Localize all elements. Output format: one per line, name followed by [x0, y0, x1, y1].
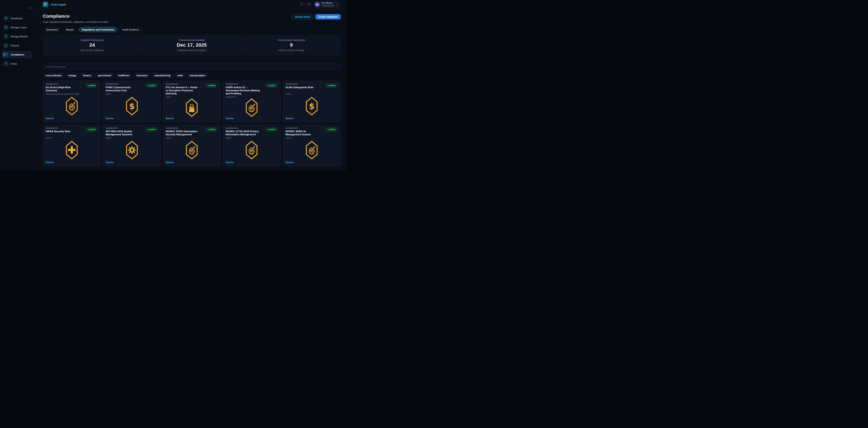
framework-title: FTC Act Section 5 – Unfair or Deceptive …: [166, 86, 200, 95]
card-eyebrow: FRAMEWORK: [166, 83, 200, 85]
framework-version: v2019: [225, 137, 278, 139]
svg-text:$: $: [129, 101, 135, 111]
sidebar-collapse-button[interactable]: [28, 6, 32, 10]
magnifier-ai-logo-icon: ai: [43, 2, 49, 7]
source-link[interactable]: Source: [46, 161, 54, 164]
status-badge: Loaded: [325, 127, 338, 132]
status-badge: Loaded: [85, 127, 98, 132]
framework-hexagon-badge: [46, 95, 98, 117]
topbar: ai interrogait EM Eric Maass Administrat…: [34, 0, 346, 9]
source-link[interactable]: Source: [166, 117, 174, 120]
globe-check-icon: [66, 97, 78, 115]
source-link[interactable]: Source: [46, 117, 54, 120]
svg-text:ai: ai: [44, 3, 46, 4]
framework-version: v2022: [166, 137, 218, 139]
filter-chip-healthcare[interactable]: healthcare: [115, 73, 132, 78]
help-button[interactable]: [306, 2, 312, 7]
bell-icon: [301, 3, 303, 6]
stats-row: Available Frameworks 24 Synced from data…: [43, 35, 341, 55]
tab-models[interactable]: Models: [63, 27, 77, 32]
source-link[interactable]: Source: [105, 161, 114, 164]
framework-card: FRAMEWORK ISO/IEC 27701:2019 Privacy Inf…: [223, 125, 281, 167]
filter-chip-finance[interactable]: finance: [80, 73, 94, 78]
framework-card: FRAMEWORK ISO 9001:2015 Quality Manageme…: [103, 125, 161, 167]
framework-version: v2015: [105, 137, 158, 139]
home-icon: [5, 17, 7, 20]
filter-chips: cross-industry energy finance government…: [43, 73, 341, 78]
framework-title: HIPAA Security Rule: [46, 130, 70, 136]
framework-title: GDPR Article 22 – Automated Decision-Mak…: [225, 86, 260, 95]
user-role: Administrator: [322, 4, 334, 7]
globe-check-icon: [246, 141, 257, 160]
source-link[interactable]: Source: [286, 117, 294, 120]
chevron-left-icon: [29, 6, 31, 10]
gear-solid-icon: [126, 141, 138, 160]
svg-text:$: $: [309, 101, 315, 111]
card-eyebrow: FRAMEWORK: [225, 127, 260, 129]
tab-dashboard[interactable]: Dashboard: [43, 27, 61, 32]
card-eyebrow: FRAMEWORK: [166, 127, 200, 129]
sidebar-item-label: Compliance: [10, 53, 24, 56]
card-eyebrow: FRAMEWORK: [105, 127, 141, 129]
shield-check-icon: [5, 53, 7, 57]
sidebar-item-reports[interactable]: Reports: [2, 42, 32, 49]
filter-chip-transportation[interactable]: transportation: [187, 73, 208, 78]
card-eyebrow: FRAMEWORK: [286, 83, 313, 85]
filter-chip-retail[interactable]: retail: [175, 73, 185, 78]
sidebar-item-label: Manage Cases: [10, 26, 27, 29]
shopping-bag-icon: [186, 98, 198, 117]
status-badge: Loaded: [265, 127, 278, 132]
framework-hexagon-badge: [225, 139, 278, 161]
framework-title: ISO/IEC 27701:2019 Privacy Information M…: [225, 130, 260, 136]
sidebar-item-dashboard[interactable]: Dashboard: [2, 15, 32, 22]
source-link[interactable]: Source: [286, 161, 294, 164]
card-eyebrow: FRAMEWORK: [46, 83, 81, 85]
framework-hexagon-badge: [46, 139, 98, 161]
stat-value: 9: [290, 42, 293, 48]
sidebar-item-manage-cases[interactable]: Manage Cases: [2, 24, 32, 31]
framework-title: ISO/IEC 27001 Information Security Manag…: [166, 130, 200, 136]
stat-label: Available Frameworks: [81, 39, 103, 41]
framework-title: ISO 9001:2015 Quality Management Systems: [105, 130, 141, 136]
sidebar-item-label: Manage Models: [10, 35, 28, 38]
notifications-button[interactable]: [299, 2, 304, 7]
sidebar-item-compliance[interactable]: Compliance: [2, 51, 32, 58]
framework-title: GLBA Safeguards Rule: [286, 86, 313, 92]
app-window: Dashboard Manage Cases Manage Models Rep…: [0, 0, 346, 171]
brand[interactable]: ai interrogait: [43, 2, 66, 7]
sidebar-item-label: Dashboard: [10, 17, 23, 20]
stat-label: Cross-industry frameworks: [277, 39, 305, 41]
sidebar-item-setup[interactable]: Setup: [2, 60, 32, 67]
tab-audit-evidence[interactable]: Audit Evidence: [119, 27, 142, 32]
filter-chip-insurance[interactable]: insurance: [134, 73, 150, 78]
framework-hexagon-badge: $: [105, 95, 158, 117]
source-link[interactable]: Source: [166, 161, 174, 164]
card-eyebrow: FRAMEWORK: [105, 83, 141, 85]
page-subtitle: Track regulatory frameworks, obligations…: [43, 21, 109, 23]
user-menu[interactable]: EM Eric Maass Administrator: [313, 1, 341, 8]
dollar-icon: $: [306, 97, 318, 115]
framework-card: FRAMEWORK FFIEC Cybersecurity Assessment…: [103, 81, 161, 122]
framework-title: FFIEC Cybersecurity Assessment Tool: [105, 86, 141, 92]
source-link[interactable]: Source: [105, 117, 114, 120]
sidebar-item-manage-models[interactable]: Manage Models: [2, 33, 32, 40]
framework-card: FRAMEWORK ISO/IEC 42001 AI Management Sy…: [283, 125, 341, 167]
status-badge: Loaded: [205, 127, 218, 132]
tab-bar: Dashboard Models Regulations and Framewo…: [43, 27, 341, 32]
stat-sub-label: Industry-neutral coverage: [278, 49, 304, 52]
status-badge: Loaded: [85, 83, 98, 88]
status-badge: Loaded: [265, 83, 278, 88]
filter-chip-energy[interactable]: energy: [66, 73, 79, 78]
assign-owner-button[interactable]: Assign Owner: [292, 14, 314, 20]
create-obligation-button[interactable]: Create Obligation: [315, 14, 341, 20]
filter-chip-cross-industry[interactable]: cross-industry: [43, 73, 64, 78]
search-input[interactable]: [43, 63, 341, 70]
sidebar: Dashboard Manage Cases Manage Models Rep…: [0, 0, 34, 171]
tab-regulations-and-frameworks[interactable]: Regulations and Frameworks: [79, 27, 117, 32]
filter-chip-manufacturing[interactable]: manufacturing: [152, 73, 173, 78]
source-link[interactable]: Source: [225, 161, 234, 164]
filter-chip-government[interactable]: government: [95, 73, 114, 78]
source-link[interactable]: Source: [225, 117, 234, 120]
framework-version: v2023: [286, 137, 338, 139]
stat-sub-label: Synced from database: [81, 49, 104, 52]
